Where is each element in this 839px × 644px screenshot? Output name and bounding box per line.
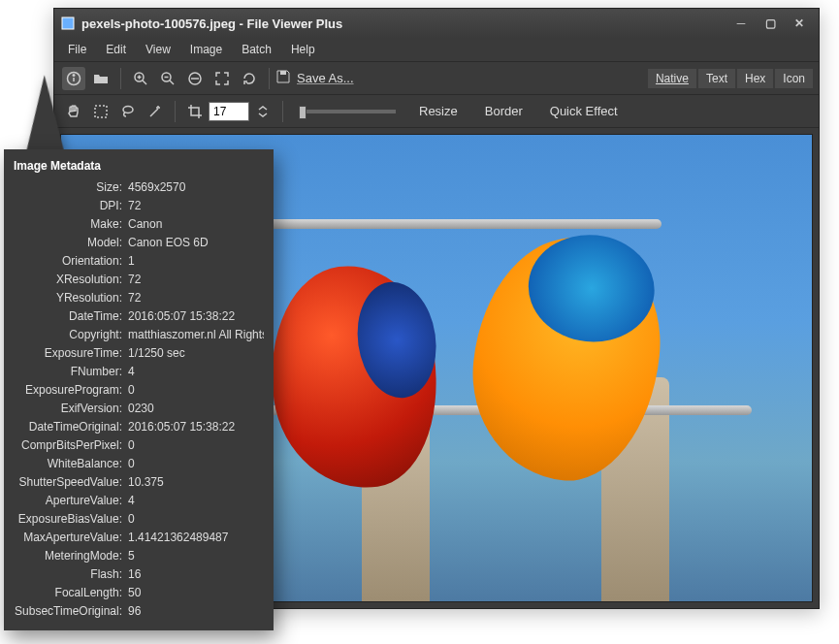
info-icon[interactable] <box>62 67 85 90</box>
metadata-row: ExposureBiasValue:0 <box>14 510 264 529</box>
tab-icon[interactable]: Icon <box>775 69 813 88</box>
metadata-value: Canon <box>128 215 264 234</box>
lasso-icon[interactable] <box>116 100 140 123</box>
metadata-list: Size:4569x2570DPI:72Make:CanonModel:Cano… <box>14 178 264 621</box>
metadata-key: MeteringMode: <box>14 547 128 565</box>
metadata-row: ExifVersion:0230 <box>14 400 264 418</box>
svg-rect-14 <box>95 106 107 117</box>
tab-native[interactable]: Native <box>648 69 696 88</box>
svg-line-9 <box>170 80 174 84</box>
metadata-row: Size:4569x2570 <box>14 178 264 197</box>
metadata-value: 1/1250 sec <box>128 344 264 363</box>
metadata-row: ApertureValue:4 <box>14 492 264 510</box>
metadata-row: ComprBitsPerPixel:0 <box>14 436 264 455</box>
metadata-value: 0 <box>128 381 264 400</box>
svg-point-3 <box>73 74 75 76</box>
menubar: File Edit View Image Batch Help <box>54 38 819 61</box>
metadata-key: Copyright: <box>14 326 128 344</box>
callout-pointer <box>17 74 64 155</box>
metadata-value: 72 <box>128 271 264 289</box>
save-as-button[interactable]: Save As... <box>275 69 354 87</box>
metadata-value: 4 <box>128 363 264 381</box>
fullscreen-icon[interactable] <box>210 67 234 90</box>
zoom-in-icon[interactable] <box>129 67 152 90</box>
quick-effect-button[interactable]: Quick Effect <box>550 104 618 118</box>
metadata-row: ShutterSpeedValue:10.375 <box>14 473 264 492</box>
metadata-value: 10.375 <box>128 473 264 492</box>
svg-line-5 <box>143 80 146 84</box>
stepper-icon[interactable] <box>251 100 274 123</box>
rotate-icon[interactable] <box>238 67 261 90</box>
maximize-button[interactable]: ▢ <box>757 14 784 33</box>
metadata-key: SubsecTimeOriginal: <box>14 602 128 621</box>
metadata-key: ApertureValue: <box>14 492 128 510</box>
metadata-row: Orientation:1 <box>14 252 264 271</box>
toolbar-primary: Save As... Native Text Hex Icon <box>54 61 819 94</box>
crop-value-input[interactable] <box>209 102 249 121</box>
metadata-key: Size: <box>14 178 128 197</box>
metadata-key: DPI: <box>14 197 128 215</box>
view-mode-tabs: Native Text Hex Icon <box>648 69 813 88</box>
metadata-value: 16 <box>128 565 264 584</box>
svg-rect-13 <box>280 71 286 75</box>
metadata-key: XResolution: <box>14 271 128 289</box>
metadata-key: ComprBitsPerPixel: <box>14 436 128 455</box>
metadata-key: FocalLength: <box>14 584 128 602</box>
metadata-row: MaxApertureValue:1.41421362489487 <box>14 529 264 547</box>
zoom-out-icon[interactable] <box>156 67 179 90</box>
menu-help[interactable]: Help <box>281 40 325 59</box>
tab-text[interactable]: Text <box>698 69 735 88</box>
title-appname: File Viewer Plus <box>247 16 343 31</box>
metadata-key: ShutterSpeedValue: <box>14 473 128 492</box>
crop-icon[interactable] <box>183 100 207 123</box>
close-button[interactable]: ✕ <box>786 14 813 33</box>
metadata-key: ExposureProgram: <box>14 381 128 400</box>
resize-button[interactable]: Resize <box>419 104 458 118</box>
metadata-row: DateTime:2016:05:07 15:38:22 <box>14 307 264 326</box>
metadata-row: ExposureProgram:0 <box>14 381 264 400</box>
wand-icon[interactable] <box>144 100 167 123</box>
border-button[interactable]: Border <box>485 104 523 118</box>
titlebar: pexels-photo-100576.jpeg - File Viewer P… <box>54 9 819 38</box>
metadata-row: WhiteBalance:0 <box>14 455 264 473</box>
title-filename: pexels-photo-100576.jpeg <box>81 16 236 31</box>
menu-file[interactable]: File <box>58 40 96 59</box>
hand-tool-icon[interactable] <box>62 100 85 123</box>
metadata-row: FocalLength:50 <box>14 584 264 602</box>
menu-edit[interactable]: Edit <box>96 40 136 59</box>
menu-batch[interactable]: Batch <box>232 40 281 59</box>
metadata-panel: Image Metadata Size:4569x2570DPI:72Make:… <box>4 149 274 630</box>
metadata-value: 5 <box>128 547 264 565</box>
metadata-row: DateTimeOriginal:2016:05:07 15:38:22 <box>14 418 264 436</box>
metadata-row: Model:Canon EOS 6D <box>14 234 264 252</box>
app-icon <box>60 16 76 31</box>
metadata-value: 96 <box>128 602 264 621</box>
metadata-key: FNumber: <box>14 363 128 381</box>
metadata-key: ExposureTime: <box>14 344 128 363</box>
marquee-icon[interactable] <box>89 100 113 123</box>
menu-view[interactable]: View <box>136 40 180 59</box>
open-folder-icon[interactable] <box>89 67 113 90</box>
metadata-title: Image Metadata <box>14 159 264 173</box>
metadata-row: ExposureTime:1/1250 sec <box>14 344 264 363</box>
metadata-value: 1.41421362489487 <box>128 529 264 547</box>
menu-image[interactable]: Image <box>180 40 232 59</box>
metadata-row: FNumber:4 <box>14 363 264 381</box>
metadata-value: 1 <box>128 252 264 271</box>
minimize-button[interactable]: ─ <box>727 14 755 33</box>
zoom-slider[interactable] <box>299 110 396 113</box>
window-title: pexels-photo-100576.jpeg - File Viewer P… <box>81 16 726 31</box>
metadata-key: YResolution: <box>14 289 128 307</box>
metadata-row: XResolution:72 <box>14 271 264 289</box>
metadata-row: Make:Canon <box>14 215 264 234</box>
metadata-value: matthiaszomer.nl All Rights Res <box>128 326 264 344</box>
metadata-key: ExposureBiasValue: <box>14 510 128 529</box>
metadata-value: 2016:05:07 15:38:22 <box>128 418 264 436</box>
metadata-row: SubsecTimeOriginal:96 <box>14 602 264 621</box>
metadata-value: 0230 <box>128 400 264 418</box>
zoom-reset-icon[interactable] <box>183 67 207 90</box>
metadata-value: Canon EOS 6D <box>128 234 264 252</box>
metadata-key: WhiteBalance: <box>14 455 128 473</box>
metadata-key: Model: <box>14 234 128 252</box>
tab-hex[interactable]: Hex <box>737 69 773 88</box>
